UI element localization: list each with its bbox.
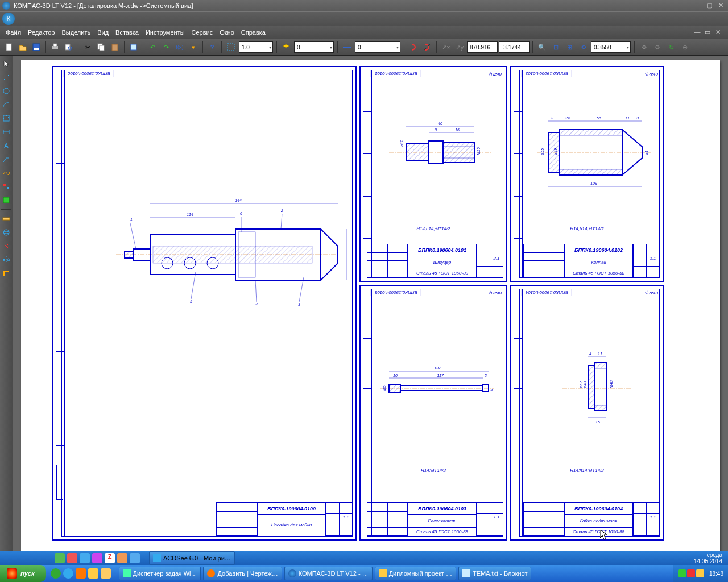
- zoom-combo[interactable]: 0.3550: [591, 41, 631, 53]
- hatch-tool[interactable]: [0, 112, 13, 124]
- constraints-tool[interactable]: [0, 240, 13, 252]
- text-tool[interactable]: A: [0, 139, 13, 152]
- ql-ie-icon[interactable]: [63, 568, 73, 579]
- open-button[interactable]: [16, 41, 29, 53]
- mdi-close-button[interactable]: ✕: [713, 28, 722, 36]
- ortho-tool[interactable]: [0, 267, 13, 280]
- zoom-window-button[interactable]: ⊡: [549, 41, 562, 53]
- ql-icon[interactable]: Z: [105, 553, 115, 563]
- measure-tool[interactable]: [0, 213, 13, 225]
- ql-icon[interactable]: [80, 553, 90, 563]
- coord-y-icon[interactable]: ↗y: [453, 41, 466, 53]
- main-area: A БППК0.190604.0100: [0, 56, 728, 571]
- ql-explorer-icon[interactable]: [101, 568, 111, 579]
- svg-rect-110: [595, 363, 606, 411]
- arc-tool[interactable]: [0, 98, 13, 111]
- menu-window[interactable]: Окно: [220, 29, 234, 36]
- layer-combo[interactable]: 0: [294, 41, 334, 53]
- zoom-fit-button[interactable]: ⊞: [563, 41, 576, 53]
- menu-help[interactable]: Справка: [241, 29, 266, 36]
- ql-player-icon[interactable]: [76, 568, 86, 579]
- svg-text:15: 15: [595, 420, 600, 424]
- svg-line-45: [130, 223, 136, 249]
- ql-utorrent-icon[interactable]: [51, 568, 61, 579]
- orbit-button[interactable]: ⟳: [651, 41, 664, 53]
- copy-button[interactable]: [95, 41, 107, 53]
- properties-button[interactable]: [127, 41, 140, 53]
- spline-tool[interactable]: [0, 167, 13, 179]
- menu-select[interactable]: Выделить: [61, 29, 90, 36]
- save-button[interactable]: [30, 41, 43, 53]
- circle-tool[interactable]: [0, 85, 13, 97]
- task-item[interactable]: Диспетчер задач Wi…: [119, 567, 201, 580]
- scale-combo[interactable]: 1.0: [239, 41, 273, 53]
- snap1-icon[interactable]: [407, 41, 420, 53]
- variables-button[interactable]: f(x): [173, 41, 186, 53]
- line-tool[interactable]: [0, 71, 13, 84]
- menu-tools[interactable]: Инструменты: [146, 29, 185, 36]
- task-item[interactable]: КОМПАС-3D LT V12 - …: [284, 567, 373, 580]
- preview-button[interactable]: [63, 41, 75, 53]
- system-tray: 18:48: [673, 565, 728, 582]
- orbit-tool[interactable]: [0, 226, 13, 239]
- task-acdsee[interactable]: ACDSee 6.0 - Мои ри…: [149, 551, 235, 565]
- zoom-prev-button[interactable]: ⟲: [577, 41, 589, 53]
- svg-text:114: 114: [187, 213, 193, 217]
- start-button[interactable]: пуск: [0, 565, 46, 582]
- task-item[interactable]: Дипломный проект …: [375, 567, 456, 580]
- edit-tool[interactable]: [0, 180, 13, 193]
- redo-button[interactable]: ↷: [160, 41, 172, 53]
- leader-tool[interactable]: [0, 153, 13, 165]
- svg-text:3: 3: [298, 302, 300, 306]
- ql-icon[interactable]: [130, 553, 140, 563]
- coord-y-field[interactable]: -3.1744: [499, 41, 530, 53]
- coord-x-icon[interactable]: ↗x: [440, 41, 452, 53]
- ql-icon[interactable]: [67, 553, 77, 563]
- angle-combo[interactable]: 0: [355, 41, 400, 53]
- left-toolbar: A: [0, 56, 13, 571]
- current-state-button[interactable]: [225, 41, 237, 53]
- rebuild-button[interactable]: ⊕: [679, 41, 691, 53]
- menu-file[interactable]: Файл: [6, 29, 21, 36]
- select-tool[interactable]: [0, 57, 13, 70]
- mdi-minimize-button[interactable]: —: [693, 28, 702, 36]
- tray-icon[interactable]: [696, 569, 704, 577]
- print-button[interactable]: [49, 41, 61, 53]
- symmetry-tool[interactable]: [0, 253, 13, 266]
- coord-x-field[interactable]: 870.916: [467, 41, 498, 53]
- sheet-b: БППК0.190604.0102 √Rz40 3 24 56 11 3 109: [510, 66, 664, 282]
- ql-mail-icon[interactable]: [88, 568, 98, 579]
- minimize-button[interactable]: —: [693, 2, 703, 10]
- tray-icon[interactable]: [687, 569, 695, 577]
- drawing-canvas[interactable]: БППК0.190604.0100: [21, 60, 720, 554]
- new-button[interactable]: [3, 41, 15, 53]
- layers-button[interactable]: [280, 41, 292, 53]
- redraw-button[interactable]: ↻: [665, 41, 677, 53]
- library-button[interactable]: ▾: [187, 41, 200, 53]
- pan-button[interactable]: ✥: [638, 41, 650, 53]
- help-button[interactable]: ?: [206, 41, 218, 53]
- menu-service[interactable]: Сервис: [192, 29, 213, 36]
- maximize-button[interactable]: ▢: [704, 2, 714, 10]
- params-tool[interactable]: [0, 194, 13, 206]
- ql-icon[interactable]: [92, 553, 102, 563]
- dimension-tool[interactable]: [0, 126, 13, 138]
- close-button[interactable]: ✕: [715, 2, 726, 10]
- tray-icon[interactable]: [678, 569, 686, 577]
- zoom-in-button[interactable]: 🔍: [536, 41, 548, 53]
- undo-button[interactable]: ↶: [146, 41, 159, 53]
- linestyle-button[interactable]: [341, 41, 353, 53]
- snap2-icon[interactable]: [421, 41, 433, 53]
- canvas-area[interactable]: БППК0.190604.0100: [13, 56, 728, 571]
- menu-insert[interactable]: Вставка: [115, 29, 139, 36]
- ql-icon[interactable]: [117, 553, 127, 563]
- task-item[interactable]: TEMA.txt - Блокнот: [458, 567, 532, 580]
- paste-button[interactable]: [109, 41, 121, 53]
- mdi-restore-button[interactable]: ▭: [703, 28, 712, 36]
- menu-view[interactable]: Вид: [97, 29, 109, 36]
- menu-editor[interactable]: Редактор: [28, 29, 55, 36]
- task-item[interactable]: Добавить | Чертеж…: [203, 567, 282, 580]
- ql-icon[interactable]: [55, 553, 65, 563]
- cut-button[interactable]: ✂: [81, 41, 94, 53]
- svg-line-49: [281, 214, 282, 229]
